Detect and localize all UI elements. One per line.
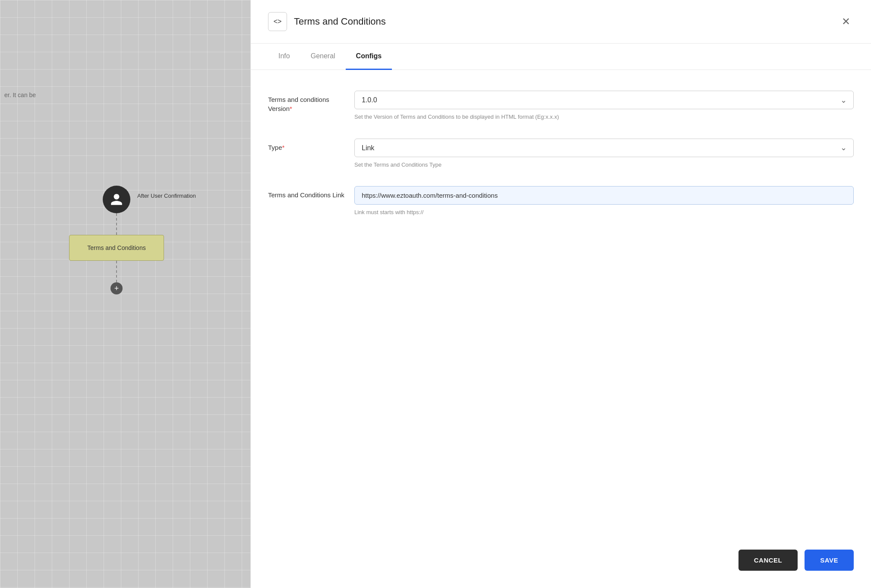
link-form-row: Terms and Conditions Link Link must star… (268, 186, 854, 217)
user-node-row: After User Confirmation (103, 186, 130, 213)
version-select-wrapper: 1.0.0 2.0.0 3.0.0 ⌄ (354, 91, 854, 109)
buttons-row: CANCEL SAVE (251, 550, 871, 588)
type-select-wrapper: Link HTML Text ⌄ (354, 139, 854, 157)
canvas-text: er. It can be (0, 92, 40, 98)
type-form-row: Type* Link HTML Text ⌄ Set the Terms and… (268, 139, 854, 169)
link-label-text: Terms and Conditions Link (268, 191, 344, 199)
version-required-star: * (290, 105, 292, 112)
connector-line-2 (116, 261, 117, 282)
plus-icon: + (114, 284, 119, 293)
user-node-label: After User Confirmation (137, 193, 196, 199)
close-button[interactable]: ✕ (838, 14, 854, 29)
sidebar-header: <> Terms and Conditions ✕ (251, 0, 871, 44)
tab-configs[interactable]: Configs (346, 44, 392, 70)
version-select[interactable]: 1.0.0 2.0.0 3.0.0 (354, 91, 854, 109)
type-label: Type* (268, 139, 346, 152)
tab-general-label: General (311, 52, 335, 60)
code-icon-box: <> (268, 12, 287, 31)
user-node (103, 186, 130, 213)
type-label-text: Type (268, 144, 282, 151)
link-form-right: Link must starts with https:// (354, 186, 854, 217)
user-icon (110, 193, 123, 206)
version-form-right: 1.0.0 2.0.0 3.0.0 ⌄ Set the Version of T… (354, 91, 854, 121)
link-helper-text: Link must starts with https:// (354, 208, 854, 217)
version-helper-text: Set the Version of Terms and Conditions … (354, 113, 854, 121)
connector-line-1 (116, 213, 117, 235)
type-helper-text: Set the Terms and Conditions Type (354, 161, 854, 169)
type-required-star: * (282, 144, 285, 151)
sidebar-panel: <> Terms and Conditions ✕ Info General C… (250, 0, 871, 588)
plus-node[interactable]: + (110, 282, 123, 294)
tab-general[interactable]: General (300, 44, 346, 70)
link-input[interactable] (354, 186, 854, 205)
sidebar-content: Terms and conditions Version* 1.0.0 2.0.… (251, 70, 871, 529)
tab-info-label: Info (278, 52, 290, 60)
code-icon: <> (274, 18, 282, 25)
terms-node: Terms and Conditions (69, 235, 164, 261)
terms-node-label: Terms and Conditions (87, 244, 145, 251)
tab-info[interactable]: Info (268, 44, 300, 70)
close-icon: ✕ (842, 16, 850, 28)
type-select[interactable]: Link HTML Text (354, 139, 854, 157)
save-button[interactable]: SAVE (805, 550, 854, 571)
link-label: Terms and Conditions Link (268, 186, 346, 199)
canvas-panel: er. It can be After User Confirmation Te… (0, 0, 250, 588)
version-form-row: Terms and conditions Version* 1.0.0 2.0.… (268, 91, 854, 121)
sidebar-title: Terms and Conditions (294, 16, 386, 27)
cancel-button[interactable]: CANCEL (738, 550, 798, 571)
type-form-right: Link HTML Text ⌄ Set the Terms and Condi… (354, 139, 854, 169)
node-container: After User Confirmation Terms and Condit… (69, 186, 164, 294)
header-left: <> Terms and Conditions (268, 12, 386, 31)
version-label: Terms and conditions Version* (268, 91, 346, 113)
tab-configs-label: Configs (356, 52, 382, 60)
version-label-text: Terms and conditions Version (268, 96, 329, 112)
tabs-container: Info General Configs (251, 44, 871, 70)
